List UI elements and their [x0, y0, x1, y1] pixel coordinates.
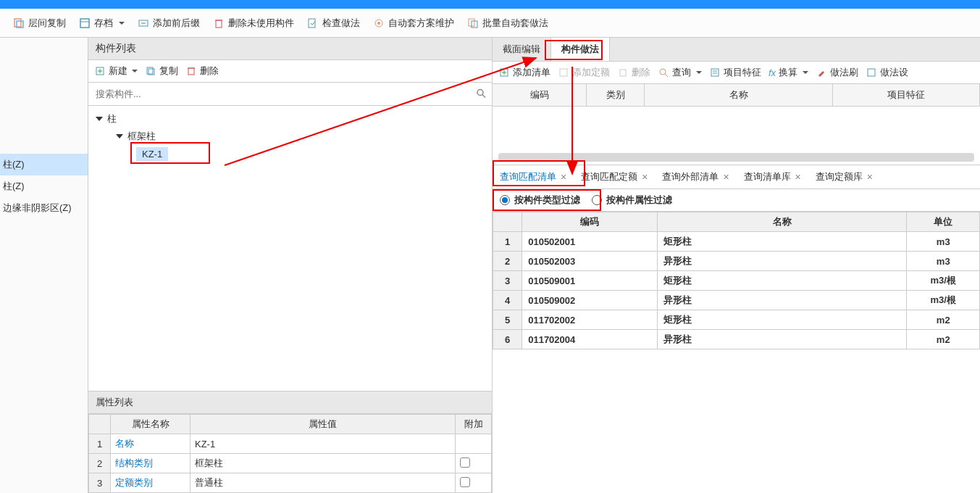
- scrollbar[interactable]: [498, 153, 974, 162]
- result-row[interactable]: 6 011702004 异形柱 m2: [493, 330, 980, 349]
- right-panel: 截面编辑 构件做法 添加清单 添加定额 删除: [493, 38, 980, 493]
- fx-icon: fx: [768, 67, 776, 78]
- chevron-down-icon: [119, 22, 125, 25]
- result-rownum: 3: [493, 271, 522, 291]
- delete-button[interactable]: 删除: [185, 65, 219, 78]
- project-feature-button[interactable]: 项目特征: [709, 66, 761, 79]
- sidebar-item[interactable]: 柱(Z): [0, 154, 88, 175]
- prop-name: 结构类别: [111, 454, 190, 473]
- prop-value[interactable]: KZ-1: [190, 434, 456, 454]
- col-code: 编码: [522, 212, 658, 232]
- layer-copy-label: 层间复制: [28, 17, 66, 30]
- brush-icon: [816, 67, 827, 78]
- query-tab-quota-lib[interactable]: 查询定额库 ×: [808, 165, 880, 188]
- result-row[interactable]: 4 010509002 异形柱 m3/根: [493, 291, 980, 310]
- query-tab-list-lib[interactable]: 查询清单库 ×: [737, 165, 808, 188]
- add-list-button[interactable]: 添加清单: [498, 66, 550, 79]
- filter-by-type-radio[interactable]: 按构件类型过滤: [500, 194, 580, 207]
- prop-col-extra: 附加: [456, 415, 492, 434]
- result-row[interactable]: 2 010502003 异形柱 m3: [493, 252, 980, 271]
- new-button[interactable]: 新建: [94, 65, 138, 78]
- qtab-label: 查询定额库: [816, 170, 863, 183]
- result-row[interactable]: 5 011702002 矩形柱 m2: [493, 310, 980, 330]
- filter-by-prop-radio[interactable]: 按构件属性过滤: [592, 194, 672, 207]
- filter-type-label: 按构件类型过滤: [514, 194, 580, 207]
- method-icon: [866, 67, 877, 78]
- search-icon[interactable]: [476, 88, 486, 100]
- query-tab-external[interactable]: 查询外部清单 ×: [655, 165, 736, 188]
- result-row[interactable]: 1 010502001 矩形柱 m3: [493, 232, 980, 252]
- prop-row[interactable]: 1 名称 KZ-1: [89, 434, 492, 454]
- prop-value[interactable]: 框架柱: [190, 454, 456, 473]
- delete-method-label: 删除: [632, 66, 650, 79]
- search-box: [88, 83, 492, 106]
- method-brush-button[interactable]: 做法刷: [816, 66, 858, 79]
- method-more-button[interactable]: 做法设: [866, 66, 908, 79]
- search-input[interactable]: [88, 83, 492, 105]
- radio-icon: [592, 195, 602, 205]
- copy-icon: [13, 17, 25, 29]
- right-tab-bar: 截面编辑 构件做法: [493, 38, 980, 62]
- tree-node-child[interactable]: 框架柱: [116, 128, 485, 145]
- result-name: 异形柱: [657, 330, 907, 349]
- svg-line-28: [665, 74, 668, 77]
- svg-rect-18: [188, 68, 194, 75]
- close-icon[interactable]: ×: [723, 171, 729, 183]
- copy-button[interactable]: 复制: [145, 65, 178, 78]
- tab-section-edit[interactable]: 截面编辑: [493, 38, 551, 61]
- result-name: 异形柱: [657, 291, 907, 310]
- query-tab-match-list[interactable]: 查询匹配清单 ×: [493, 165, 574, 188]
- prop-row[interactable]: 2 结构类别 框架柱: [89, 454, 492, 473]
- prop-row[interactable]: 3 定额类别 普通柱: [89, 473, 492, 493]
- query-tab-match-quota[interactable]: 查询匹配定额 ×: [574, 165, 655, 188]
- result-rownum: 2: [493, 252, 522, 271]
- col-feature: 项目特征: [833, 84, 980, 106]
- chevron-down-icon: [696, 71, 702, 74]
- prop-extra[interactable]: [456, 473, 492, 493]
- sidebar-item[interactable]: 柱(Z): [0, 175, 88, 197]
- result-name: 异形柱: [657, 252, 907, 271]
- delete-unused-button[interactable]: 删除未使用构件: [207, 14, 300, 33]
- tree-node-root[interactable]: 柱: [96, 110, 485, 128]
- archive-button[interactable]: 存档: [73, 14, 130, 33]
- batch-auto-button[interactable]: 批量自动套做法: [461, 14, 554, 33]
- col-name: 名称: [657, 212, 907, 232]
- close-icon[interactable]: ×: [795, 171, 801, 183]
- component-panel: 构件列表 新建 复制 删除: [88, 38, 493, 493]
- copy-icon: [145, 65, 156, 77]
- result-code: 011702004: [522, 330, 658, 349]
- convert-button[interactable]: fx 换算: [768, 66, 808, 79]
- result-row[interactable]: 3 010509001 矩形柱 m3/根: [493, 271, 980, 291]
- tab-component-method[interactable]: 构件做法: [551, 38, 610, 61]
- close-icon[interactable]: ×: [642, 171, 648, 183]
- prop-value[interactable]: 普通柱: [190, 473, 456, 493]
- prop-col-value: 属性值: [190, 415, 456, 434]
- svg-rect-25: [560, 69, 567, 76]
- col-name: 名称: [645, 84, 833, 106]
- new-label: 新建: [109, 65, 127, 78]
- add-prefix-suffix-button[interactable]: 添加前后缀: [132, 14, 206, 33]
- qtab-label: 查询外部清单: [662, 170, 719, 183]
- close-icon[interactable]: ×: [867, 171, 873, 183]
- tree-root-label: 柱: [107, 112, 117, 125]
- query-button[interactable]: 查询: [658, 66, 702, 79]
- col-rownum: [493, 212, 522, 232]
- tree-node-leaf[interactable]: KZ-1: [136, 145, 485, 163]
- sidebar-item[interactable]: 边缘非阴影区(Z): [0, 197, 88, 219]
- auto-maintain-button[interactable]: 自动套方案维护: [367, 14, 460, 33]
- prop-col-num: [89, 415, 111, 434]
- close-icon[interactable]: ×: [561, 171, 566, 183]
- svg-point-20: [477, 89, 483, 95]
- svg-rect-2: [80, 19, 89, 28]
- result-rownum: 4: [493, 291, 522, 310]
- check-method-button[interactable]: 检查做法: [301, 14, 366, 33]
- delete-icon: [617, 67, 629, 78]
- result-unit: m2: [907, 310, 980, 330]
- layer-copy-button[interactable]: 层间复制: [7, 14, 72, 33]
- filter-prop-label: 按构件属性过滤: [606, 194, 672, 207]
- result-code: 010502001: [522, 232, 658, 252]
- new-icon: [94, 65, 106, 77]
- prop-extra[interactable]: [456, 454, 492, 473]
- result-table: 编码 名称 单位 1 010502001 矩形柱 m32 010502003 异…: [493, 212, 980, 349]
- filter-row: 按构件类型过滤 按构件属性过滤: [493, 189, 980, 212]
